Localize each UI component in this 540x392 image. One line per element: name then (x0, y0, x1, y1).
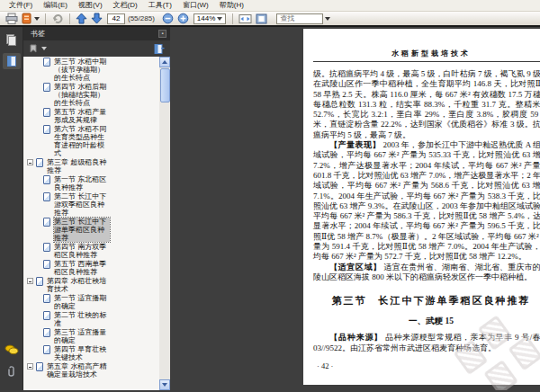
bookmark-item[interactable]: 第四章 水稻壮秧培育技术 (27, 277, 159, 293)
fit-width-button[interactable] (237, 12, 254, 25)
bookmark-item-selected[interactable]: 第三节 长江中下游单季稻区良种推荐 (27, 218, 159, 242)
bookmarks-panel-header: 书签 ▪ (23, 27, 170, 40)
printer-icon (5, 13, 18, 24)
bookmark-item[interactable]: 第五节 西南单季稻区良种推荐 (27, 260, 159, 276)
bookmark-label: 第五章 水稻高产精确定量栽培技术 (47, 362, 110, 379)
menu-file[interactable]: 文件(F) (4, 0, 38, 11)
pages-panel-tab[interactable] (3, 31, 21, 48)
paragraph-text: 2003 年，参加长江中下游中籼迟熟优质 A 组区域试验，平均每 667 米² … (313, 140, 540, 261)
page-number-footer: · 42 · (313, 361, 540, 370)
bookmark-item[interactable]: 第一节 适宜播期的确定 (27, 294, 159, 310)
paperclip-icon (6, 365, 17, 378)
bookmark-item[interactable]: 第一节 东北稻区良种推荐 (27, 175, 159, 192)
zoom-out-icon (162, 13, 174, 24)
bookmarks-panel-tab[interactable] (3, 53, 21, 69)
bookmark-item[interactable]: 第二节 长江中下游双季稻区良种推荐 (27, 192, 159, 217)
menu-tools[interactable]: 工具(T) (143, 0, 177, 11)
zoom-in-button[interactable] (176, 12, 191, 25)
page-up-icon (76, 13, 87, 24)
bookmark-item[interactable]: 第四节 南方双季稻区良种推荐 (27, 243, 159, 259)
bookmark-item[interactable]: 第四节 水稻后期（抽穗结实期）的生长特点 (27, 83, 159, 107)
collapse-toggle-icon[interactable] (27, 278, 33, 284)
bookmark-label: 第二节 壮秧的标准 (54, 311, 110, 327)
bookmark-item[interactable]: 第三节 水稻中期（拔节孕穗期）的生长特点 (27, 58, 159, 82)
bookmarks-panel-toolbar (23, 40, 170, 57)
create-pdf-icon (22, 13, 32, 24)
menu-document[interactable]: 文档(D) (108, 0, 143, 11)
chevron-down-icon (325, 17, 330, 21)
comments-icon (4, 344, 19, 355)
chevron-down-icon (217, 17, 222, 21)
bookmark-item[interactable]: 第三节 适宜播量的确定 (27, 328, 159, 344)
bookmark-options-icon (29, 43, 40, 54)
paragraph: 【品种来源】 品种来源粳型常规稻，亲本为早丰 9 号/春江 03//9522。由… (313, 333, 540, 353)
bookmark-label: 第四节 水稻后期（抽穗结实期）的生长特点 (54, 83, 110, 107)
bookmark-page-icon (43, 243, 50, 252)
bookmark-item[interactable]: 第二节 壮秧的标准 (27, 311, 159, 327)
paragraph-text: 级。抗稻瘟病平均 4 级，最高 5 级，白叶枯病 7 级，褐飞虱 9 级。在武陵… (313, 69, 540, 139)
bookmark-page-icon (43, 218, 50, 227)
zoom-out-button[interactable] (160, 12, 176, 25)
menu-view[interactable]: 视图(V) (73, 0, 108, 11)
bookmark-item[interactable]: 第三章 超级稻良种推荐 (27, 158, 159, 174)
bookmark-item[interactable]: 第五节 水稻产量形成及其规律 (27, 108, 159, 124)
bookmark-label: 第一节 适宜播期的确定 (54, 294, 110, 310)
paragraph-lead: 【适宜区域】 (329, 263, 382, 272)
bookmark-item[interactable]: 第四节 旱育壮秧关键技术 (27, 345, 159, 361)
create-pdf-button[interactable] (20, 12, 41, 25)
bookmark-page-icon (43, 260, 50, 269)
bookmark-page-icon (43, 311, 50, 320)
fullscreen-button[interactable] (254, 12, 269, 25)
document-view[interactable]: 水稻新型栽培技术 级。抗稻瘟病平均 4 级，最高 5 级，白叶枯病 7 级，褐飞… (170, 27, 540, 390)
collapse-toggle-icon[interactable] (27, 159, 33, 165)
toolbar-separator (232, 13, 233, 24)
bookmark-label: 第五节 水稻产量形成及其规律 (54, 108, 110, 124)
bookmark-page-icon (43, 58, 50, 67)
print-button[interactable] (4, 12, 20, 25)
bookmark-page-icon (43, 294, 50, 303)
find-input[interactable] (276, 13, 323, 24)
scroll-down-button[interactable] (159, 379, 170, 390)
menu-edit[interactable]: 编辑(E) (38, 0, 73, 11)
previous-page-button[interactable] (74, 12, 89, 25)
attachments-panel-tab[interactable] (3, 363, 21, 379)
arrow-up-icon (162, 60, 167, 64)
panel-menu-button[interactable]: ▪ (158, 30, 166, 38)
menu-help[interactable]: 帮助(H) (214, 0, 249, 11)
scroll-up-button[interactable] (159, 57, 170, 67)
menu-window[interactable]: 窗口(W) (177, 0, 214, 11)
bookmark-label: 第三节 适宜播量的确定 (54, 328, 110, 344)
expand-current-bookmark-button[interactable] (153, 43, 165, 55)
paragraph: 【适宜区域】 适宜在贵州省、湖南省、湖北省、重庆市的武陵山区稻区海拔 800 米… (313, 263, 540, 283)
previous-view-button[interactable] (50, 12, 66, 25)
pages-icon (5, 33, 17, 46)
section-heading: 第三节 长江中下游单季稻区良种推荐 (313, 294, 540, 307)
bookmarks-tree-container: 第三节 水稻中期（拔节孕穗期）的生长特点 第四节 水稻后期（抽穗结实期）的生长特… (23, 57, 170, 390)
bookmark-page-icon (36, 158, 43, 167)
collapse-toggle-icon[interactable] (27, 363, 33, 370)
page-number-input[interactable] (107, 13, 125, 24)
comments-panel-tab[interactable] (3, 342, 21, 358)
bookmark-page-icon (43, 83, 50, 92)
main-area: 书签 ▪ 第三节 水稻中期（拔节孕穗 (0, 27, 540, 390)
find-box (276, 13, 330, 24)
bookmarks-tree: 第三节 水稻中期（拔节孕穗期）的生长特点 第四节 水稻后期（抽穗结实期）的生长特… (23, 58, 159, 390)
bookmarks-scrollbar[interactable] (159, 57, 170, 390)
scrollbar-thumb[interactable] (160, 68, 170, 102)
navigation-strip (0, 27, 23, 390)
bookmark-options-button[interactable] (29, 43, 47, 54)
zoom-level-select[interactable]: 144% (194, 13, 226, 24)
page-content: 水稻新型栽培技术 级。抗稻瘟病平均 4 级，最高 5 级，白叶枯病 7 级，褐飞… (313, 49, 540, 370)
page-count-label: (55/285) (128, 14, 155, 22)
fit-width-icon (238, 13, 252, 24)
bookmark-label: 第六节 水稻不同生育类型品种生育进程的叶龄模式 (54, 125, 110, 157)
bookmark-item[interactable]: 第六节 水稻不同生育类型品种生育进程的叶龄模式 (27, 125, 159, 157)
arrow-down-icon (162, 383, 167, 387)
next-page-button[interactable] (89, 12, 104, 25)
bookmarks-panel-title: 书签 (31, 29, 158, 39)
zoom-level-value: 144% (197, 14, 215, 22)
bookmark-item[interactable]: 第五章 水稻高产精确定量栽培技术 (27, 362, 159, 379)
bookmark-page-icon (36, 277, 43, 286)
document-page: 水稻新型栽培技术 级。抗稻瘟病平均 4 级，最高 5 级，白叶枯病 7 级，褐飞… (303, 29, 540, 385)
bookmark-label: 第一节 东北稻区良种推荐 (54, 175, 110, 192)
